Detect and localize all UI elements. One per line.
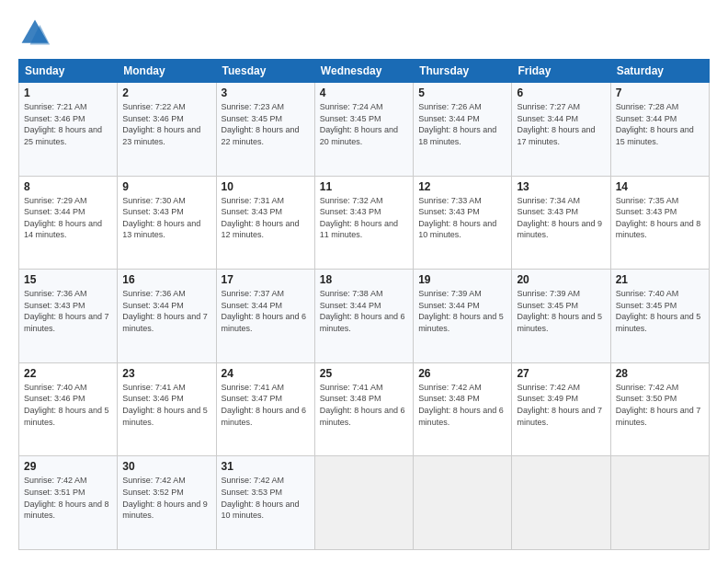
- day-number: 29: [24, 460, 112, 473]
- calendar-cell: 18 Sunrise: 7:38 AM Sunset: 3:44 PM Dayl…: [314, 270, 413, 363]
- calendar-cell: 23 Sunrise: 7:41 AM Sunset: 3:46 PM Dayl…: [118, 362, 216, 456]
- calendar-cell: 2 Sunrise: 7:22 AM Sunset: 3:46 PM Dayli…: [118, 83, 216, 177]
- day-info: Sunrise: 7:23 AM Sunset: 3:45 PM Dayligh…: [222, 101, 310, 147]
- calendar-cell: 19 Sunrise: 7:39 AM Sunset: 3:44 PM Dayl…: [414, 270, 512, 363]
- day-info: Sunrise: 7:42 AM Sunset: 3:52 PM Dayligh…: [122, 475, 210, 521]
- day-number: 22: [24, 367, 112, 380]
- calendar-cell: 1 Sunrise: 7:21 AM Sunset: 3:46 PM Dayli…: [19, 83, 118, 177]
- calendar-table: SundayMondayTuesdayWednesdayThursdayFrid…: [18, 59, 710, 550]
- day-info: Sunrise: 7:40 AM Sunset: 3:46 PM Dayligh…: [24, 382, 112, 428]
- day-number: 20: [517, 273, 605, 286]
- calendar-cell: 8 Sunrise: 7:29 AM Sunset: 3:44 PM Dayli…: [19, 176, 118, 270]
- day-info: Sunrise: 7:33 AM Sunset: 3:43 PM Dayligh…: [418, 195, 506, 241]
- calendar-header-saturday: Saturday: [610, 60, 709, 83]
- day-info: Sunrise: 7:42 AM Sunset: 3:50 PM Dayligh…: [616, 382, 704, 428]
- calendar-header-thursday: Thursday: [414, 60, 512, 83]
- day-number: 13: [517, 180, 605, 193]
- day-info: Sunrise: 7:28 AM Sunset: 3:44 PM Dayligh…: [616, 101, 704, 147]
- day-number: 31: [222, 460, 310, 473]
- calendar-cell: 16 Sunrise: 7:36 AM Sunset: 3:44 PM Dayl…: [118, 270, 216, 363]
- calendar-header-monday: Monday: [118, 60, 216, 83]
- calendar-cell: [512, 456, 610, 550]
- calendar-cell: 21 Sunrise: 7:40 AM Sunset: 3:45 PM Dayl…: [610, 270, 709, 363]
- logo-icon: [18, 17, 51, 50]
- calendar-week-5: 29 Sunrise: 7:42 AM Sunset: 3:51 PM Dayl…: [19, 456, 710, 550]
- day-number: 16: [122, 273, 210, 286]
- day-number: 14: [616, 180, 704, 193]
- calendar-header-tuesday: Tuesday: [216, 60, 314, 83]
- day-number: 4: [320, 86, 408, 99]
- header: [18, 17, 710, 50]
- day-info: Sunrise: 7:34 AM Sunset: 3:43 PM Dayligh…: [517, 195, 605, 241]
- day-info: Sunrise: 7:41 AM Sunset: 3:46 PM Dayligh…: [122, 382, 210, 428]
- day-info: Sunrise: 7:37 AM Sunset: 3:44 PM Dayligh…: [222, 288, 310, 334]
- day-number: 18: [320, 273, 408, 286]
- day-number: 28: [616, 367, 704, 380]
- day-info: Sunrise: 7:39 AM Sunset: 3:44 PM Dayligh…: [418, 288, 506, 334]
- day-info: Sunrise: 7:41 AM Sunset: 3:47 PM Dayligh…: [222, 382, 310, 428]
- calendar-body: 1 Sunrise: 7:21 AM Sunset: 3:46 PM Dayli…: [19, 83, 710, 550]
- calendar-cell: [414, 456, 512, 550]
- day-number: 10: [222, 180, 310, 193]
- calendar-header-row: SundayMondayTuesdayWednesdayThursdayFrid…: [19, 60, 710, 83]
- day-info: Sunrise: 7:36 AM Sunset: 3:43 PM Dayligh…: [24, 288, 112, 334]
- day-number: 1: [24, 86, 112, 99]
- calendar-header-sunday: Sunday: [19, 60, 118, 83]
- calendar-week-1: 1 Sunrise: 7:21 AM Sunset: 3:46 PM Dayli…: [19, 83, 710, 177]
- calendar-cell: 24 Sunrise: 7:41 AM Sunset: 3:47 PM Dayl…: [216, 362, 314, 456]
- day-number: 23: [122, 367, 210, 380]
- day-number: 25: [320, 367, 408, 380]
- calendar-cell: 27 Sunrise: 7:42 AM Sunset: 3:49 PM Dayl…: [512, 362, 610, 456]
- day-info: Sunrise: 7:41 AM Sunset: 3:48 PM Dayligh…: [320, 382, 408, 428]
- day-number: 27: [517, 367, 605, 380]
- day-number: 9: [122, 180, 210, 193]
- calendar-cell: [314, 456, 413, 550]
- calendar-cell: 14 Sunrise: 7:35 AM Sunset: 3:43 PM Dayl…: [610, 176, 709, 270]
- day-info: Sunrise: 7:31 AM Sunset: 3:43 PM Dayligh…: [222, 195, 310, 241]
- day-number: 3: [222, 86, 310, 99]
- calendar-cell: 22 Sunrise: 7:40 AM Sunset: 3:46 PM Dayl…: [19, 362, 118, 456]
- day-number: 21: [616, 273, 704, 286]
- day-info: Sunrise: 7:42 AM Sunset: 3:48 PM Dayligh…: [418, 382, 506, 428]
- day-number: 5: [418, 86, 506, 99]
- calendar-header-wednesday: Wednesday: [314, 60, 413, 83]
- calendar-cell: 25 Sunrise: 7:41 AM Sunset: 3:48 PM Dayl…: [314, 362, 413, 456]
- day-number: 17: [222, 273, 310, 286]
- calendar-cell: 4 Sunrise: 7:24 AM Sunset: 3:45 PM Dayli…: [314, 83, 413, 177]
- day-number: 6: [517, 86, 605, 99]
- day-number: 8: [24, 180, 112, 193]
- calendar-cell: 7 Sunrise: 7:28 AM Sunset: 3:44 PM Dayli…: [610, 83, 709, 177]
- calendar-cell: 26 Sunrise: 7:42 AM Sunset: 3:48 PM Dayl…: [414, 362, 512, 456]
- calendar-cell: 13 Sunrise: 7:34 AM Sunset: 3:43 PM Dayl…: [512, 176, 610, 270]
- day-number: 24: [222, 367, 310, 380]
- logo: [18, 17, 57, 50]
- day-info: Sunrise: 7:42 AM Sunset: 3:53 PM Dayligh…: [222, 475, 310, 521]
- day-info: Sunrise: 7:40 AM Sunset: 3:45 PM Dayligh…: [616, 288, 704, 334]
- calendar-cell: 3 Sunrise: 7:23 AM Sunset: 3:45 PM Dayli…: [216, 83, 314, 177]
- day-info: Sunrise: 7:35 AM Sunset: 3:43 PM Dayligh…: [616, 195, 704, 241]
- day-info: Sunrise: 7:42 AM Sunset: 3:51 PM Dayligh…: [24, 475, 112, 521]
- day-info: Sunrise: 7:22 AM Sunset: 3:46 PM Dayligh…: [122, 101, 210, 147]
- calendar-cell: [610, 456, 709, 550]
- calendar-week-2: 8 Sunrise: 7:29 AM Sunset: 3:44 PM Dayli…: [19, 176, 710, 270]
- day-number: 11: [320, 180, 408, 193]
- calendar-page: SundayMondayTuesdayWednesdayThursdayFrid…: [0, 0, 728, 563]
- calendar-cell: 9 Sunrise: 7:30 AM Sunset: 3:43 PM Dayli…: [118, 176, 216, 270]
- day-number: 12: [418, 180, 506, 193]
- calendar-cell: 10 Sunrise: 7:31 AM Sunset: 3:43 PM Dayl…: [216, 176, 314, 270]
- calendar-cell: 11 Sunrise: 7:32 AM Sunset: 3:43 PM Dayl…: [314, 176, 413, 270]
- day-info: Sunrise: 7:36 AM Sunset: 3:44 PM Dayligh…: [122, 288, 210, 334]
- day-info: Sunrise: 7:42 AM Sunset: 3:49 PM Dayligh…: [517, 382, 605, 428]
- day-info: Sunrise: 7:26 AM Sunset: 3:44 PM Dayligh…: [418, 101, 506, 147]
- calendar-week-3: 15 Sunrise: 7:36 AM Sunset: 3:43 PM Dayl…: [19, 270, 710, 363]
- day-number: 15: [24, 273, 112, 286]
- calendar-cell: 12 Sunrise: 7:33 AM Sunset: 3:43 PM Dayl…: [414, 176, 512, 270]
- calendar-cell: 6 Sunrise: 7:27 AM Sunset: 3:44 PM Dayli…: [512, 83, 610, 177]
- day-number: 2: [122, 86, 210, 99]
- calendar-header-friday: Friday: [512, 60, 610, 83]
- day-info: Sunrise: 7:24 AM Sunset: 3:45 PM Dayligh…: [320, 101, 408, 147]
- day-number: 30: [122, 460, 210, 473]
- day-number: 19: [418, 273, 506, 286]
- day-info: Sunrise: 7:27 AM Sunset: 3:44 PM Dayligh…: [517, 101, 605, 147]
- day-info: Sunrise: 7:29 AM Sunset: 3:44 PM Dayligh…: [24, 195, 112, 241]
